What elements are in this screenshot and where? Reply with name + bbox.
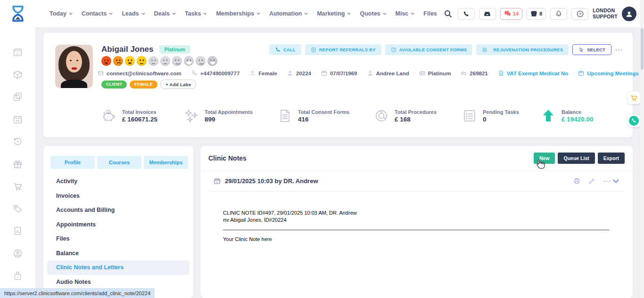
report-referrals-button[interactable]: REPORT REFERRALS BY	[305, 44, 381, 55]
mood-delighted-icon[interactable]	[207, 56, 217, 66]
cart-icon[interactable]	[13, 181, 23, 191]
nav-deals[interactable]: Deals	[154, 10, 176, 17]
person-outline-icon	[249, 70, 256, 76]
mood-smile-icon[interactable]	[196, 56, 206, 66]
select-button[interactable]: SELECT	[572, 44, 611, 55]
mood-upset-icon[interactable]	[125, 56, 135, 66]
store-button[interactable]: 8	[527, 8, 546, 20]
menu-balance[interactable]: Balance	[47, 246, 190, 261]
client-phone[interactable]: +447490009777	[191, 70, 239, 76]
menu-accounts-billing[interactable]: Accounts and Billing	[47, 203, 190, 217]
client-photo[interactable]	[55, 45, 93, 88]
top-bar: Today Contacts Leads Deals Tasks Members…	[0, 0, 644, 27]
tier-badge: Platinum	[159, 45, 190, 54]
add-label-button[interactable]: + Add Labe	[160, 80, 196, 89]
note-more-button[interactable]: ···	[603, 177, 619, 185]
calendar-icon[interactable]: 12	[13, 47, 23, 57]
phone-icon	[631, 118, 636, 123]
phone-fab-button[interactable]	[627, 114, 640, 127]
search-icon[interactable]	[444, 10, 452, 18]
mood-neutral-icon[interactable]	[149, 56, 158, 66]
mood-neutral-icon[interactable]	[160, 56, 170, 66]
scrollbar-thumb[interactable]	[641, 28, 644, 70]
user-avatar[interactable]	[622, 7, 636, 21]
new-note-button[interactable]: New	[534, 153, 555, 164]
checklist-icon	[462, 108, 477, 123]
more-actions-button[interactable]: ···	[615, 46, 623, 54]
client-profile-card: Abigail Jones Platinum connect@clinicsof…	[43, 33, 633, 137]
menu-files[interactable]: Files	[47, 232, 190, 246]
sparkles-icon	[184, 108, 199, 123]
user-target-icon[interactable]	[13, 249, 23, 258]
chevron-down-icon	[203, 12, 207, 16]
nav-misc[interactable]: Misc	[396, 10, 415, 17]
queue-list-button[interactable]: Queue List	[558, 153, 594, 164]
booking-icon[interactable]	[13, 114, 23, 124]
app-window: Today Contacts Leads Deals Tasks Members…	[0, 0, 644, 298]
note-body: CLINIC NOTE ID#497, 29/01/2025 10:03 AM,…	[223, 209, 609, 243]
nav-marketing[interactable]: Marketing	[317, 10, 351, 17]
menu-clinic-notes[interactable]: Clinic Notes and Letters	[47, 260, 190, 275]
mood-angry-icon[interactable]	[101, 56, 111, 66]
crown-icon	[461, 70, 467, 76]
report-icon[interactable]	[13, 226, 23, 236]
consent-forms-button[interactable]: AVAILABLE CONSENT FORMS	[385, 44, 473, 55]
clinicsoftware-logo-icon[interactable]	[9, 4, 26, 24]
inbox-button[interactable]	[479, 8, 496, 20]
cube-icon[interactable]	[13, 70, 23, 80]
notifications-button[interactable]	[550, 8, 567, 20]
nav-quotes[interactable]: Quotes	[360, 10, 386, 17]
tag-icon[interactable]	[13, 204, 23, 214]
rejuvenation-button[interactable]: REJUVENATION PROCEDURES	[476, 44, 569, 55]
nav-memberships[interactable]: Memberships	[216, 10, 260, 17]
client-tier: Platinum	[419, 70, 451, 76]
photo-body	[61, 80, 87, 88]
client-nav-panel: Profile Courses Memberships Activity Inv…	[43, 146, 193, 298]
lock-icon[interactable]	[13, 271, 23, 281]
mood-happy-icon[interactable]	[184, 56, 194, 66]
history-icon[interactable]	[13, 137, 23, 146]
tab-profile[interactable]: Profile	[50, 156, 95, 169]
mood-scale	[101, 56, 217, 66]
stat-total-procedures: Total Procedures£ 168	[374, 108, 437, 123]
nav-leads[interactable]: Leads	[122, 10, 145, 17]
export-button[interactable]: Export	[598, 153, 625, 164]
nav-automation[interactable]: Automation	[269, 10, 308, 17]
document-icon	[498, 70, 504, 76]
inbox-icon	[484, 11, 491, 17]
main-nav: Today Contacts Leads Deals Tasks Members…	[50, 0, 437, 27]
menu-audio-notes[interactable]: Audio Notes	[47, 275, 190, 290]
menu-appointments[interactable]: Appointments	[47, 217, 190, 232]
upcoming-meetings-link[interactable]: Upcoming Meetings	[578, 70, 638, 76]
loyalty-points: 269821	[461, 70, 487, 76]
pen-form-icon	[391, 47, 396, 53]
profile-actions: CALL REPORT REFERRALS BY AVAILABLE CONSE…	[269, 44, 623, 55]
nav-today[interactable]: Today	[50, 10, 73, 17]
mood-neutral-icon[interactable]	[137, 56, 147, 66]
id-card-icon	[419, 70, 425, 76]
help-button[interactable]: ?	[571, 8, 588, 20]
menu-activity[interactable]: Activity	[47, 174, 190, 189]
gift-icon[interactable]	[13, 159, 23, 169]
cart-fab-button[interactable]	[627, 91, 640, 104]
vat-exempt-link[interactable]: VAT Exempt Medicat No	[498, 70, 569, 76]
chat-button[interactable]: 14	[500, 8, 522, 20]
note-text: Your Clinic Note here	[223, 236, 609, 243]
mood-smile-icon[interactable]	[172, 56, 182, 66]
mood-sad-icon[interactable]	[113, 56, 123, 66]
calendar-icon: 12	[214, 177, 221, 185]
nav-contacts[interactable]: Contacts	[82, 10, 113, 17]
copy-icon[interactable]	[13, 92, 23, 102]
call-button[interactable]: CALL	[269, 44, 301, 55]
nav-files[interactable]: Files	[423, 10, 437, 17]
gender-label-badge: FEMALE	[130, 81, 157, 89]
edit-icon[interactable]	[588, 177, 595, 185]
print-icon[interactable]	[573, 177, 580, 185]
page-scrollbar[interactable]	[640, 0, 644, 298]
tab-courses[interactable]: Courses	[97, 156, 141, 169]
client-email[interactable]: connect@clinicsoftware.com	[98, 70, 182, 76]
nav-tasks[interactable]: Tasks	[185, 10, 207, 17]
dialer-button[interactable]	[458, 8, 475, 20]
menu-invoices[interactable]: Invoices	[47, 189, 190, 203]
tab-memberships[interactable]: Memberships	[144, 156, 188, 169]
